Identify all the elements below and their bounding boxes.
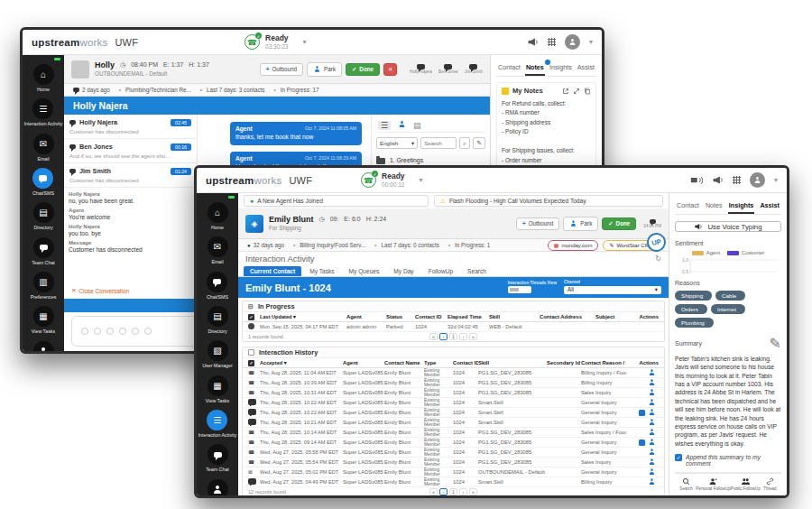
sidebar-item[interactable]: ▥ Preferences <box>31 272 57 300</box>
table-row[interactable]: ☎ Thu, Aug 28, 2025, 10:31 AM EDT Super … <box>243 388 664 398</box>
context-tab[interactable]: Notes <box>525 61 545 76</box>
assign-person-icon[interactable] <box>648 428 656 437</box>
activity-tab[interactable]: Current Contact <box>244 266 301 276</box>
table-row[interactable]: ☎ Thu, Aug 28, 2025, 09:14 AM EDT Super … <box>243 438 664 448</box>
table-row[interactable]: Wed, Aug 27, 2025, 04:49 PM EDT Super LA… <box>243 477 664 487</box>
expand-icon[interactable]: ✎ <box>473 137 485 149</box>
section-checkbox[interactable] <box>248 349 254 356</box>
append-summary-checkbox[interactable]: ✓ <box>675 454 682 461</box>
broadcast-icon[interactable] <box>690 175 703 186</box>
table-row[interactable]: ☎ Thu, Aug 28, 2025, 10:39 AM EDT Super … <box>243 378 664 388</box>
avatar[interactable] <box>565 34 580 50</box>
public-followup-action[interactable]: Public FollowUp <box>731 477 761 491</box>
done-button[interactable]: ✓Done <box>346 63 380 76</box>
activity-tab[interactable]: My Tasks <box>303 266 340 276</box>
park-button[interactable]: Park <box>563 217 598 231</box>
assign-person-icon[interactable] <box>648 378 656 387</box>
notification-agent-joined[interactable]: ● A New Agent Has Joined <box>244 195 429 207</box>
copy-icon[interactable] <box>584 88 591 95</box>
edit-summary-icon[interactable]: ✎ <box>770 335 781 352</box>
use-voice-typing-button[interactable]: Use Voice Typing <box>675 221 781 232</box>
table-row[interactable]: ☎ Thu, Aug 28, 2025, 10:14 AM EDT Super … <box>243 428 664 438</box>
select-all-checkbox[interactable]: ✓ <box>248 314 254 320</box>
assign-person-icon[interactable] <box>648 477 656 486</box>
chevron-down-icon[interactable]: ▾ <box>420 176 423 184</box>
context-tab[interactable]: Notes <box>705 199 724 214</box>
pagination-button[interactable]: « <box>429 488 438 495</box>
refresh-icon[interactable]: ↻ <box>655 255 661 263</box>
megaphone-icon[interactable] <box>527 36 539 48</box>
done-button[interactable]: ✓Done <box>602 217 636 230</box>
assign-person-icon[interactable] <box>648 438 656 447</box>
personal-followup-action[interactable]: Personal FollowUp <box>696 477 731 491</box>
chevron-down-icon[interactable]: ▾ <box>589 38 593 46</box>
table-row[interactable]: Thu, Aug 28, 2025, 10:21 AM EDT Super LA… <box>243 418 664 428</box>
sidebar-item[interactable]: ☰ Interaction Activity <box>24 98 63 126</box>
threads-view-toggle[interactable] <box>508 286 531 293</box>
assign-person-icon[interactable] <box>648 458 656 467</box>
transcript-icon[interactable] <box>639 410 645 416</box>
list-view-icon[interactable]: ☰ <box>378 121 391 130</box>
sidebar-item[interactable]: ▤ Directory <box>33 202 54 230</box>
pagination-button[interactable]: 1 <box>449 488 457 495</box>
sidebar-item[interactable] <box>33 341 54 351</box>
people-view-icon[interactable] <box>398 120 406 130</box>
transcript-icon[interactable] <box>639 440 645 446</box>
roster-item[interactable]: Holly Najera 02:45 Customer has disconne… <box>64 115 197 139</box>
channel-select[interactable]: All▾ <box>564 286 661 294</box>
outbound-button[interactable]: +Outbound <box>260 63 303 76</box>
park-button[interactable]: Park <box>307 62 342 77</box>
reason-tag[interactable]: Cable <box>715 291 745 301</box>
search-icon[interactable]: ⌕ <box>459 137 470 149</box>
table-row[interactable]: ☎ Wed, Aug 27, 2025, 05:54 PM EDT Super … <box>243 458 664 467</box>
reason-tag[interactable]: Shipping <box>675 291 712 301</box>
monday-com-button[interactable]: ▦monday.com <box>548 240 599 251</box>
sidebar-item[interactable]: ✉ Email <box>33 134 54 162</box>
thread-action[interactable]: Thread <box>761 477 780 491</box>
pagination-button[interactable]: › <box>459 488 467 495</box>
roster-item[interactable]: Jim Smith 01:24 Customer has disconnecte… <box>64 163 197 188</box>
dialpad-icon[interactable] <box>548 38 556 46</box>
activity-tab[interactable]: My Queues <box>343 266 386 276</box>
assign-person-icon[interactable] <box>648 448 656 457</box>
assign-person-icon[interactable] <box>648 388 656 397</box>
sidebar-item[interactable]: ⌂ Home <box>208 202 228 230</box>
sidebar-item[interactable]: Chat/SMS <box>207 272 228 300</box>
table-row[interactable]: Thu, Aug 28, 2025, 10:22 AM EDT Super LA… <box>243 398 664 408</box>
grid-view-icon[interactable]: ▤ <box>413 121 421 130</box>
context-tab[interactable]: Insights <box>728 199 755 214</box>
reason-tag[interactable]: Plumbing <box>675 318 714 328</box>
context-tab[interactable]: Contact <box>497 61 521 76</box>
sidebar-item[interactable]: ▤ Directory <box>208 306 228 334</box>
context-tab[interactable]: Assist <box>759 199 780 214</box>
open-chat-tab[interactable]: Holly Najera <box>410 64 432 75</box>
chevron-down-icon[interactable]: ▾ <box>303 38 307 46</box>
pagination-button[interactable]: 1 <box>449 333 457 340</box>
sidebar-item[interactable]: ▧ User Manager <box>202 340 233 368</box>
notification-flash-flooding[interactable]: ⚠ Flash Flooding - High Call Volumes Exp… <box>434 195 663 207</box>
search-action[interactable]: Search <box>677 477 696 491</box>
activity-tab[interactable]: Search <box>461 266 493 276</box>
activity-tab[interactable]: My Day <box>387 266 420 276</box>
sidebar-item[interactable]: Team Chat <box>206 444 229 472</box>
pagination-button[interactable]: ‹ <box>439 333 448 340</box>
open-chat-tab[interactable]: Ben Jones <box>438 64 458 75</box>
pagination-button[interactable]: › <box>459 333 467 340</box>
sidebar-item[interactable]: ✉ Email <box>208 236 228 264</box>
close-conversation-link[interactable]: ✕ Close Conversation <box>64 282 197 299</box>
chevron-down-icon[interactable]: ▾ <box>774 176 778 184</box>
agent-status-control[interactable]: ☎✓ Ready03:30:23 ▾ <box>245 34 307 50</box>
sidebar-item[interactable]: Team Chat <box>32 237 55 265</box>
end-button[interactable]: ✕ <box>383 63 397 76</box>
reason-tag[interactable]: Orders <box>675 304 707 314</box>
dialpad-icon[interactable] <box>733 176 741 184</box>
context-tab[interactable]: Insights <box>549 61 573 76</box>
reason-tag[interactable]: Internet <box>711 304 745 314</box>
outbound-button[interactable]: +Outbound <box>516 217 559 230</box>
table-row[interactable]: Mon, Sep 15, 2025, 04:17 PM EDT admin ad… <box>243 322 664 332</box>
assign-person-icon[interactable] <box>648 398 656 407</box>
collapse-icon[interactable]: ⊟ <box>248 303 254 310</box>
open-external-icon[interactable] <box>562 88 569 95</box>
pagination-button[interactable]: « <box>429 333 438 340</box>
roster-item[interactable]: Ben Jones 00:16 And if so, we should see… <box>64 139 197 163</box>
